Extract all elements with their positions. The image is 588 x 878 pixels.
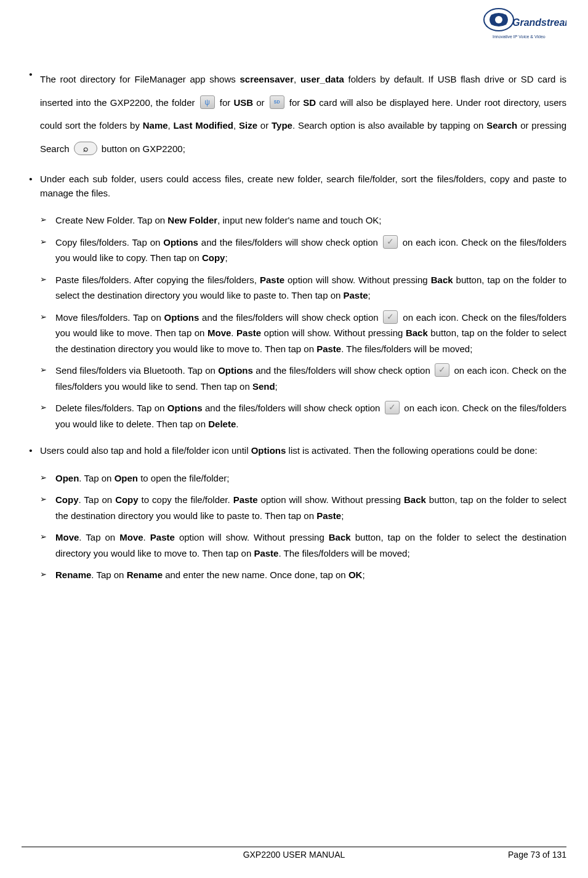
bullet-text: The root directory for FileManager app s… [40,68,566,160]
check-icon [385,401,400,414]
brand-logo: Grandstream Innovative IP Voice & Video [480,6,566,43]
arrow-marker: ➢ [40,363,55,394]
arrow-marker: ➢ [40,212,55,228]
sub-item: ➢Create New Folder. Tap on New Folder, i… [40,212,566,228]
sub-text: Move. Tap on Move. Paste option will sho… [55,530,566,561]
svg-text:Grandstream: Grandstream [512,17,566,28]
sub-text: Paste files/folders. After copying the f… [55,272,566,304]
check-icon [435,363,449,377]
bullet-item: •Users could also tap and hold a file/fo… [22,444,566,458]
sub-item: ➢Open. Tap on Open to open the file/fold… [40,470,566,486]
bullet-marker: • [22,68,40,160]
sub-text: Send files/folders via Bluetooth. Tap on… [55,363,566,394]
page-footer: GXP2200 USER MANUAL Page 73 of 131 [22,847,566,860]
arrow-marker: ➢ [40,400,55,432]
footer-right: Page 73 of 131 [385,850,566,860]
arrow-marker: ➢ [40,567,55,583]
sub-item: ➢Copy. Tap on Copy to copy the file/fold… [40,492,566,523]
bullet-item: •Under each sub folder, users could acce… [22,172,566,200]
bullet-text: Users could also tap and hold a file/fol… [40,444,566,458]
bullet-item: •The root directory for FileManager app … [22,68,566,160]
arrow-marker: ➢ [40,310,55,357]
sub-item: ➢Paste files/folders. After copying the … [40,272,566,304]
sub-text: Create New Folder. Tap on New Folder, in… [55,212,566,228]
document-content: •The root directory for FileManager app … [22,0,566,583]
sub-item: ➢Move files/folders. Tap on Options and … [40,310,566,357]
usb-icon [200,95,215,109]
svg-point-1 [495,16,502,23]
bullet-marker: • [22,444,40,458]
sub-item: ➢Rename. Tap on Rename and enter the new… [40,567,566,583]
check-icon [383,235,398,249]
footer-left [22,850,203,860]
footer-center: GXP2200 USER MANUAL [203,850,385,860]
check-icon [383,310,398,324]
sd-icon [270,95,284,109]
arrow-marker: ➢ [40,492,55,523]
sub-text: Move files/folders. Tap on Options and t… [55,310,566,357]
sub-text: Rename. Tap on Rename and enter the new … [55,567,566,583]
sub-item: ➢Delete files/folders. Tap on Options an… [40,400,566,432]
arrow-marker: ➢ [40,470,55,486]
sub-text: Delete files/folders. Tap on Options and… [55,400,566,432]
arrow-marker: ➢ [40,272,55,304]
sub-text: Copy files/folders. Tap on Options and t… [55,235,566,266]
sub-list: ➢Open. Tap on Open to open the file/fold… [40,470,566,583]
sub-list: ➢Create New Folder. Tap on New Folder, i… [40,212,566,432]
bullet-marker: • [22,172,40,200]
arrow-marker: ➢ [40,530,55,561]
arrow-marker: ➢ [40,235,55,266]
sub-text: Open. Tap on Open to open the file/folde… [55,470,566,486]
bullet-text: Under each sub folder, users could acces… [40,172,566,200]
sub-item: ➢Copy files/folders. Tap on Options and … [40,235,566,266]
sub-item: ➢Move. Tap on Move. Paste option will sh… [40,530,566,561]
sub-item: ➢Send files/folders via Bluetooth. Tap o… [40,363,566,394]
svg-text:Innovative IP Voice & Video: Innovative IP Voice & Video [493,34,546,39]
sub-text: Copy. Tap on Copy to copy the file/folde… [55,492,566,523]
search-icon [74,142,97,155]
